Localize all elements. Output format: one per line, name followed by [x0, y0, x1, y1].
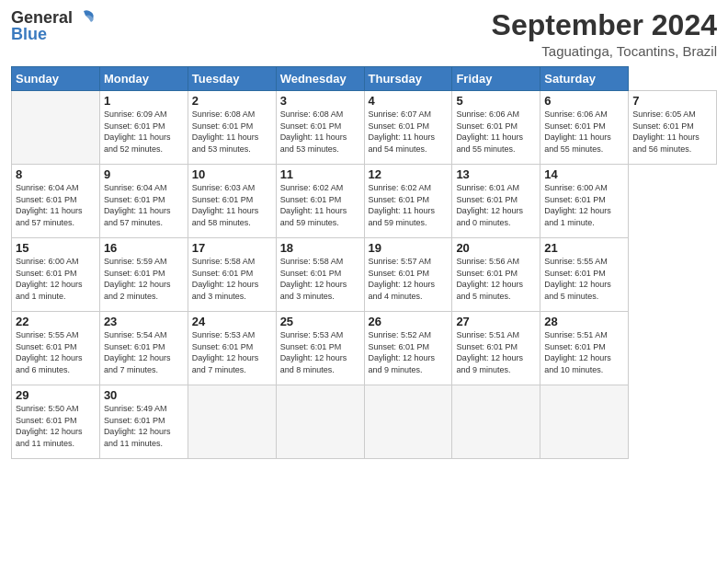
- calendar-cell: 9Sunrise: 6:04 AM Sunset: 6:01 PM Daylig…: [99, 165, 188, 238]
- calendar-cell: 29Sunrise: 5:50 AM Sunset: 6:01 PM Dayli…: [12, 385, 100, 459]
- day-info: Sunrise: 5:59 AM Sunset: 6:01 PM Dayligh…: [104, 256, 184, 302]
- calendar-cell: 22Sunrise: 5:55 AM Sunset: 6:01 PM Dayli…: [12, 312, 100, 385]
- calendar-cell: 19Sunrise: 5:57 AM Sunset: 6:01 PM Dayli…: [364, 238, 452, 312]
- calendar-cell: 23Sunrise: 5:54 AM Sunset: 6:01 PM Dayli…: [99, 312, 188, 385]
- calendar-cell: 14Sunrise: 6:00 AM Sunset: 6:01 PM Dayli…: [540, 165, 629, 238]
- day-info: Sunrise: 6:04 AM Sunset: 6:01 PM Dayligh…: [16, 182, 96, 228]
- day-info: Sunrise: 6:02 AM Sunset: 6:01 PM Dayligh…: [369, 182, 449, 228]
- calendar-cell: 5Sunrise: 6:06 AM Sunset: 6:01 PM Daylig…: [452, 91, 540, 165]
- calendar-cell: 15Sunrise: 6:00 AM Sunset: 6:01 PM Dayli…: [12, 238, 100, 312]
- logo-blue: Blue: [11, 26, 47, 44]
- calendar-cell: 20Sunrise: 5:56 AM Sunset: 6:01 PM Dayli…: [452, 238, 540, 312]
- day-info: Sunrise: 6:08 AM Sunset: 6:01 PM Dayligh…: [280, 109, 360, 155]
- day-number: 9: [104, 167, 184, 181]
- day-number: 3: [280, 94, 360, 108]
- calendar-cell: 26Sunrise: 5:52 AM Sunset: 6:01 PM Dayli…: [364, 312, 452, 385]
- day-number: 16: [104, 241, 184, 255]
- calendar-cell: 8Sunrise: 6:04 AM Sunset: 6:01 PM Daylig…: [12, 165, 100, 238]
- day-number: 20: [456, 241, 536, 255]
- calendar-cell: 18Sunrise: 5:58 AM Sunset: 6:01 PM Dayli…: [276, 238, 364, 312]
- day-number: 24: [192, 315, 272, 328]
- calendar-cell: 25Sunrise: 5:53 AM Sunset: 6:01 PM Dayli…: [276, 312, 364, 385]
- header-wednesday: Wednesday: [276, 67, 364, 91]
- day-info: Sunrise: 5:51 AM Sunset: 6:01 PM Dayligh…: [456, 329, 536, 375]
- header-monday: Monday: [99, 67, 188, 91]
- calendar-cell: [276, 385, 364, 459]
- calendar-cell: 1Sunrise: 6:09 AM Sunset: 6:01 PM Daylig…: [99, 91, 188, 165]
- day-number: 15: [16, 241, 96, 255]
- header: General Blue September 2024 Taguatinga, …: [11, 9, 717, 59]
- calendar-cell: 21Sunrise: 5:55 AM Sunset: 6:01 PM Dayli…: [540, 238, 629, 312]
- day-info: Sunrise: 6:00 AM Sunset: 6:01 PM Dayligh…: [544, 182, 624, 228]
- calendar-cell: 13Sunrise: 6:01 AM Sunset: 6:01 PM Dayli…: [452, 165, 540, 238]
- day-info: Sunrise: 5:53 AM Sunset: 6:01 PM Dayligh…: [192, 329, 272, 375]
- day-number: 19: [369, 241, 449, 255]
- day-number: 7: [632, 94, 712, 108]
- calendar-cell: [12, 91, 100, 165]
- day-number: 30: [104, 388, 184, 402]
- calendar-week-1: 1Sunrise: 6:09 AM Sunset: 6:01 PM Daylig…: [12, 91, 717, 165]
- day-number: 1: [104, 94, 184, 108]
- day-number: 26: [369, 315, 449, 328]
- calendar-cell: 4Sunrise: 6:07 AM Sunset: 6:01 PM Daylig…: [364, 91, 452, 165]
- calendar-cell: 7Sunrise: 6:05 AM Sunset: 6:01 PM Daylig…: [629, 91, 717, 165]
- day-number: 4: [369, 94, 449, 108]
- calendar-cell: 11Sunrise: 6:02 AM Sunset: 6:01 PM Dayli…: [276, 165, 364, 238]
- day-info: Sunrise: 5:53 AM Sunset: 6:01 PM Dayligh…: [280, 329, 360, 375]
- day-info: Sunrise: 5:55 AM Sunset: 6:01 PM Dayligh…: [544, 256, 624, 302]
- calendar-cell: 2Sunrise: 6:08 AM Sunset: 6:01 PM Daylig…: [188, 91, 276, 165]
- calendar-cell: 3Sunrise: 6:08 AM Sunset: 6:01 PM Daylig…: [276, 91, 364, 165]
- day-info: Sunrise: 6:03 AM Sunset: 6:01 PM Dayligh…: [192, 182, 272, 228]
- day-info: Sunrise: 6:01 AM Sunset: 6:01 PM Dayligh…: [456, 182, 536, 228]
- day-info: Sunrise: 5:58 AM Sunset: 6:01 PM Dayligh…: [192, 256, 272, 302]
- days-header-row: Sunday Monday Tuesday Wednesday Thursday…: [12, 67, 717, 91]
- day-info: Sunrise: 6:06 AM Sunset: 6:01 PM Dayligh…: [456, 109, 536, 155]
- day-number: 23: [104, 315, 184, 328]
- calendar-cell: [364, 385, 452, 459]
- day-info: Sunrise: 6:07 AM Sunset: 6:01 PM Dayligh…: [369, 109, 449, 155]
- header-sunday: Sunday: [12, 67, 100, 91]
- header-tuesday: Tuesday: [188, 67, 276, 91]
- day-number: 14: [544, 167, 624, 181]
- calendar-cell: 6Sunrise: 6:06 AM Sunset: 6:01 PM Daylig…: [540, 91, 629, 165]
- day-number: 17: [192, 241, 272, 255]
- calendar-table: Sunday Monday Tuesday Wednesday Thursday…: [11, 66, 717, 459]
- day-info: Sunrise: 5:51 AM Sunset: 6:01 PM Dayligh…: [544, 329, 624, 375]
- day-number: 11: [280, 167, 360, 181]
- day-info: Sunrise: 5:50 AM Sunset: 6:01 PM Dayligh…: [16, 403, 96, 449]
- day-number: 18: [280, 241, 360, 255]
- header-friday: Friday: [452, 67, 540, 91]
- calendar-cell: [188, 385, 276, 459]
- day-number: 22: [16, 315, 96, 328]
- day-number: 10: [192, 167, 272, 181]
- calendar-week-5: 29Sunrise: 5:50 AM Sunset: 6:01 PM Dayli…: [12, 385, 717, 459]
- header-saturday: Saturday: [540, 67, 629, 91]
- title-area: September 2024 Taguatinga, Tocantins, Br…: [492, 9, 717, 59]
- day-info: Sunrise: 6:00 AM Sunset: 6:01 PM Dayligh…: [16, 256, 96, 302]
- calendar-cell: 10Sunrise: 6:03 AM Sunset: 6:01 PM Dayli…: [188, 165, 276, 238]
- calendar-cell: [540, 385, 629, 459]
- header-thursday: Thursday: [364, 67, 452, 91]
- calendar-cell: 30Sunrise: 5:49 AM Sunset: 6:01 PM Dayli…: [99, 385, 188, 459]
- day-number: 25: [280, 315, 360, 328]
- day-number: 8: [16, 167, 96, 181]
- page-container: General Blue September 2024 Taguatinga, …: [0, 0, 728, 466]
- calendar-cell: 17Sunrise: 5:58 AM Sunset: 6:01 PM Dayli…: [188, 238, 276, 312]
- calendar-week-4: 22Sunrise: 5:55 AM Sunset: 6:01 PM Dayli…: [12, 312, 717, 385]
- day-info: Sunrise: 5:57 AM Sunset: 6:01 PM Dayligh…: [369, 256, 449, 302]
- day-info: Sunrise: 6:08 AM Sunset: 6:01 PM Dayligh…: [192, 109, 272, 155]
- calendar-cell: 28Sunrise: 5:51 AM Sunset: 6:01 PM Dayli…: [540, 312, 629, 385]
- calendar-cell: [452, 385, 540, 459]
- day-number: 6: [544, 94, 624, 108]
- day-info: Sunrise: 6:05 AM Sunset: 6:01 PM Dayligh…: [632, 109, 712, 155]
- day-info: Sunrise: 6:04 AM Sunset: 6:01 PM Dayligh…: [104, 182, 184, 228]
- calendar-cell: 27Sunrise: 5:51 AM Sunset: 6:01 PM Dayli…: [452, 312, 540, 385]
- day-info: Sunrise: 5:52 AM Sunset: 6:01 PM Dayligh…: [369, 329, 449, 375]
- day-number: 21: [544, 241, 624, 255]
- day-number: 5: [456, 94, 536, 108]
- day-number: 13: [456, 167, 536, 181]
- day-number: 2: [192, 94, 272, 108]
- day-info: Sunrise: 5:58 AM Sunset: 6:01 PM Dayligh…: [280, 256, 360, 302]
- calendar-cell: 24Sunrise: 5:53 AM Sunset: 6:01 PM Dayli…: [188, 312, 276, 385]
- calendar-week-2: 8Sunrise: 6:04 AM Sunset: 6:01 PM Daylig…: [12, 165, 717, 238]
